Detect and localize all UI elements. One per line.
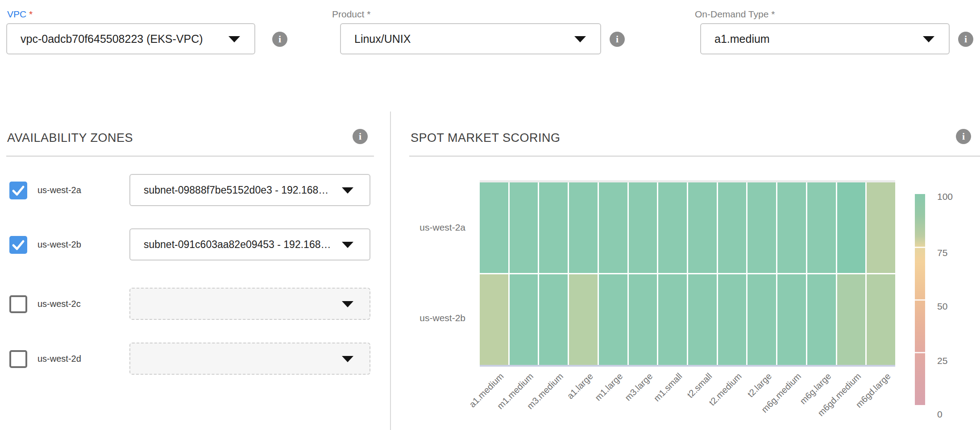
heatmap-cell-us-west-2b-a1.large[interactable] (569, 274, 598, 365)
heatmap-row-label-us-west-2a: us-west-2a (367, 222, 465, 233)
chevron-down-icon (342, 242, 353, 248)
heatmap-cell-us-west-2b-m6gd.medium[interactable] (837, 274, 866, 365)
heatmap-cell-us-west-2a-t2.large[interactable] (747, 182, 776, 273)
az-zone-label: us-west-2b (37, 240, 81, 250)
heatmap-row-label-us-west-2b: us-west-2b (367, 313, 465, 323)
subnet-select-us-west-2a[interactable]: subnet-09888f7be5152d0e3 - 192.168… (129, 174, 370, 206)
heatmap-cell-us-west-2a-m1.small[interactable] (658, 182, 687, 273)
az-zone-label: us-west-2d (37, 354, 81, 364)
product-label: Product * (332, 9, 370, 20)
legend-tick-50: 50 (937, 301, 947, 312)
subnet-select-us-west-2c[interactable] (129, 288, 370, 320)
az-checkbox-us-west-2b[interactable] (9, 236, 27, 254)
required-asterisk: * (771, 9, 775, 19)
vpc-info-icon[interactable]: i (272, 32, 287, 47)
heatmap-cell-us-west-2b-m6g.large[interactable] (807, 274, 836, 365)
heatmap-cell-us-west-2a-m3.medium[interactable] (539, 182, 568, 273)
legend-separator-0 (915, 247, 925, 248)
checkmark-icon (9, 236, 27, 254)
legend-tick-75: 75 (937, 248, 947, 258)
legend-tick-25: 25 (937, 356, 947, 366)
heatmap-cell-us-west-2a-m6g.medium[interactable] (777, 182, 806, 273)
heatmap-cell-us-west-2b-t2.medium[interactable] (718, 274, 747, 365)
heatmap-cell-us-west-2b-m3.medium[interactable] (539, 274, 568, 365)
heatmap-cell-us-west-2a-t2.medium[interactable] (718, 182, 747, 273)
required-asterisk: * (29, 9, 33, 19)
chevron-down-icon (342, 301, 353, 307)
heatmap-cell-us-west-2b-t2.small[interactable] (688, 274, 717, 365)
product-select-value: Linux/UNIX (354, 24, 411, 54)
heatmap-cell-us-west-2b-m6gd.large[interactable] (867, 274, 895, 365)
chevron-down-icon (574, 36, 586, 42)
on-demand-type-select[interactable]: a1.medium (700, 23, 950, 54)
section-vertical-divider (390, 112, 391, 430)
availability-zones-title: AVAILABILITY ZONES (7, 131, 133, 145)
chevron-down-icon (342, 356, 353, 362)
heatmap-cell-us-west-2b-m1.medium[interactable] (510, 274, 538, 365)
heatmap-cell-us-west-2a-t2.small[interactable] (688, 182, 717, 273)
checkmark-icon (9, 182, 27, 199)
heatmap-cell-us-west-2a-m3.large[interactable] (629, 182, 657, 273)
heatmap-bottom-axis (480, 365, 895, 367)
availability-zones-info-icon[interactable]: i (353, 129, 368, 144)
on-demand-type-label: On-Demand Type * (695, 9, 775, 20)
subnet-select-us-west-2d[interactable] (129, 343, 370, 375)
vpc-select[interactable]: vpc-0adcb70f645508223 (EKS-VPC) (6, 23, 255, 54)
subnet-select-value: subnet-09888f7be5152d0e3 - 192.168… (144, 175, 328, 205)
vpc-label: VPC * (7, 9, 33, 20)
spot-market-heatmap (480, 182, 895, 365)
vpc-select-value: vpc-0adcb70f645508223 (EKS-VPC) (21, 24, 203, 54)
heatmap-cell-us-west-2b-m6g.medium[interactable] (777, 274, 806, 365)
spot-market-scoring-title: SPOT MARKET SCORING (411, 131, 561, 145)
heatmap-cell-us-west-2b-m3.large[interactable] (629, 274, 657, 365)
spot-config-screen: VPC * vpc-0adcb70f645508223 (EKS-VPC) i … (0, 0, 980, 430)
on-demand-type-select-value: a1.medium (714, 24, 770, 54)
heatmap-cell-us-west-2a-m6gd.medium[interactable] (837, 182, 866, 273)
az-checkbox-us-west-2a[interactable] (9, 182, 27, 199)
chevron-down-icon (923, 36, 934, 42)
heatmap-col-label-m1.large: m1.large (593, 371, 625, 403)
heatmap-cell-us-west-2b-t2.large[interactable] (747, 274, 776, 365)
legend-separator-1 (915, 299, 925, 301)
heatmap-col-label-t2.large: t2.large (745, 371, 773, 399)
on-demand-type-info-icon[interactable]: i (958, 32, 973, 47)
subnet-select-us-west-2b[interactable]: subnet-091c603aa82e09453 - 192.168… (129, 228, 370, 260)
spot-market-scoring-info-icon[interactable]: i (956, 129, 971, 144)
heatmap-cell-us-west-2b-m1.large[interactable] (599, 274, 627, 365)
subnet-select-value: subnet-091c603aa82e09453 - 192.168… (144, 229, 331, 260)
heatmap-cell-us-west-2b-m1.small[interactable] (658, 274, 687, 365)
heatmap-cell-us-west-2a-a1.large[interactable] (569, 182, 598, 273)
heatmap-cell-us-west-2a-m1.large[interactable] (599, 182, 627, 273)
heatmap-col-label-m1.small: m1.small (652, 371, 685, 404)
az-zone-label: us-west-2a (37, 185, 81, 195)
legend-tick-0: 0 (937, 409, 943, 420)
az-zone-label: us-west-2c (37, 299, 81, 309)
chevron-down-icon (342, 187, 353, 194)
heatmap-cell-us-west-2a-a1.medium[interactable] (480, 182, 508, 273)
az-checkbox-us-west-2c[interactable] (9, 295, 27, 313)
heatmap-col-label-m3.large: m3.large (623, 371, 654, 403)
heatmap-cell-us-west-2b-a1.medium[interactable] (480, 274, 508, 365)
heatmap-col-label-a1.large: a1.large (565, 371, 595, 401)
legend-separator-2 (915, 352, 925, 353)
heatmap-cell-us-west-2a-m1.medium[interactable] (510, 182, 538, 273)
heatmap-col-label-t2.small: t2.small (685, 371, 714, 400)
heatmap-cell-us-west-2a-m6gd.large[interactable] (867, 182, 895, 273)
legend-tick-100: 100 (937, 191, 953, 202)
chevron-down-icon (228, 36, 240, 42)
spot-market-scoring-divider (409, 156, 980, 157)
product-select[interactable]: Linux/UNIX (340, 23, 601, 54)
product-info-icon[interactable]: i (610, 32, 625, 47)
heatmap-cell-us-west-2a-m6g.large[interactable] (807, 182, 836, 273)
az-checkbox-us-west-2d[interactable] (9, 350, 27, 368)
required-asterisk: * (367, 9, 370, 19)
availability-zones-divider (6, 156, 374, 157)
